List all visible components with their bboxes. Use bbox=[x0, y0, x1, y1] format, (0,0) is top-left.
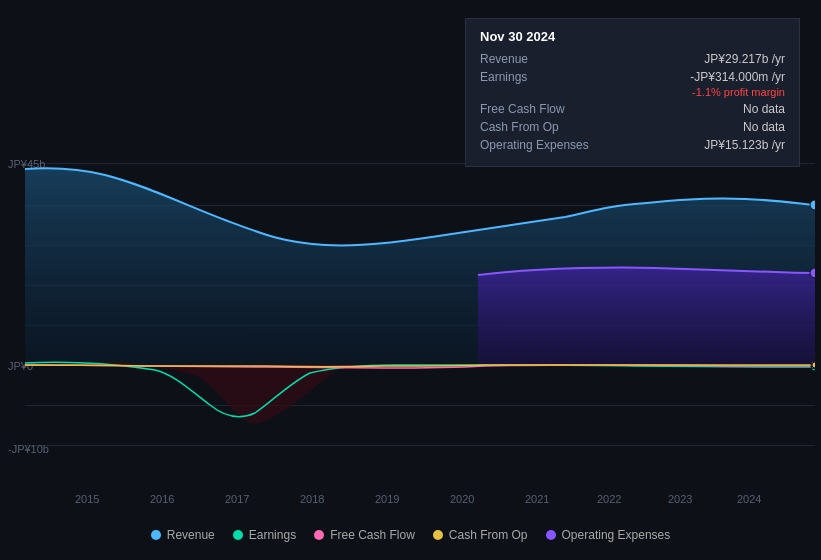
tooltip-label-cashfromop: Cash From Op bbox=[480, 120, 610, 134]
legend-revenue[interactable]: Revenue bbox=[151, 528, 215, 542]
legend: Revenue Earnings Free Cash Flow Cash Fro… bbox=[0, 528, 821, 542]
tooltip-value-cashfromop: No data bbox=[743, 120, 785, 134]
tooltip-row-earnings: Earnings -JP¥314.000m /yr bbox=[480, 70, 785, 84]
legend-opex[interactable]: Operating Expenses bbox=[546, 528, 671, 542]
x-label-2020: 2020 bbox=[450, 493, 474, 505]
tooltip-value-fcf: No data bbox=[743, 102, 785, 116]
tooltip-margin-text: -1.1% profit margin bbox=[692, 86, 785, 98]
x-label-2017: 2017 bbox=[225, 493, 249, 505]
tooltip-label-fcf: Free Cash Flow bbox=[480, 102, 610, 116]
tooltip-value-earnings: -JP¥314.000m /yr bbox=[690, 70, 785, 84]
svg-point-4 bbox=[812, 362, 815, 368]
legend-dot-cashfromop bbox=[433, 530, 443, 540]
tooltip-profit-margin: -1.1% profit margin bbox=[480, 86, 785, 98]
legend-label-earnings: Earnings bbox=[249, 528, 296, 542]
tooltip-value-opex: JP¥15.123b /yr bbox=[704, 138, 785, 152]
tooltip-value-revenue: JP¥29.217b /yr bbox=[704, 52, 785, 66]
chart-area: JP¥45b JP¥0 -JP¥10b bbox=[0, 0, 821, 560]
x-label-2016: 2016 bbox=[150, 493, 174, 505]
legend-dot-fcf bbox=[314, 530, 324, 540]
x-label-2022: 2022 bbox=[597, 493, 621, 505]
tooltip-row-fcf: Free Cash Flow No data bbox=[480, 102, 785, 116]
tooltip-row-cashfromop: Cash From Op No data bbox=[480, 120, 785, 134]
legend-earnings[interactable]: Earnings bbox=[233, 528, 296, 542]
tooltip-date: Nov 30 2024 bbox=[480, 29, 785, 44]
x-label-2019: 2019 bbox=[375, 493, 399, 505]
x-label-2023: 2023 bbox=[668, 493, 692, 505]
tooltip-label-revenue: Revenue bbox=[480, 52, 610, 66]
tooltip-row-revenue: Revenue JP¥29.217b /yr bbox=[480, 52, 785, 66]
legend-label-revenue: Revenue bbox=[167, 528, 215, 542]
legend-cashfromop[interactable]: Cash From Op bbox=[433, 528, 528, 542]
legend-dot-earnings bbox=[233, 530, 243, 540]
legend-label-fcf: Free Cash Flow bbox=[330, 528, 415, 542]
tooltip-row-opex: Operating Expenses JP¥15.123b /yr bbox=[480, 138, 785, 152]
x-label-2015: 2015 bbox=[75, 493, 99, 505]
legend-dot-opex bbox=[546, 530, 556, 540]
legend-label-cashfromop: Cash From Op bbox=[449, 528, 528, 542]
x-label-2021: 2021 bbox=[525, 493, 549, 505]
legend-fcf[interactable]: Free Cash Flow bbox=[314, 528, 415, 542]
x-label-2024: 2024 bbox=[737, 493, 761, 505]
chart-svg bbox=[25, 155, 815, 470]
legend-dot-revenue bbox=[151, 530, 161, 540]
legend-label-opex: Operating Expenses bbox=[562, 528, 671, 542]
tooltip-label-earnings: Earnings bbox=[480, 70, 610, 84]
x-label-2018: 2018 bbox=[300, 493, 324, 505]
tooltip-card: Nov 30 2024 Revenue JP¥29.217b /yr Earni… bbox=[465, 18, 800, 167]
tooltip-label-opex: Operating Expenses bbox=[480, 138, 610, 152]
